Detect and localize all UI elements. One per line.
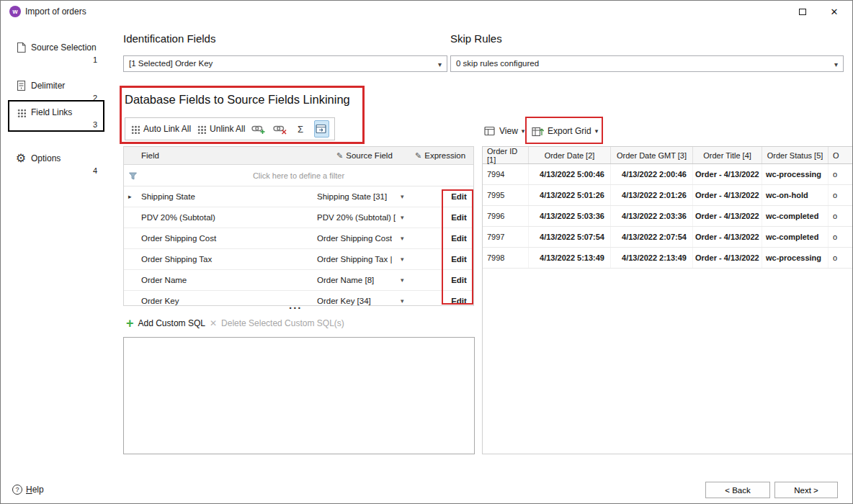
source-field-cell[interactable]: Order Name [8] [317, 276, 374, 284]
add-link-button[interactable] [251, 120, 266, 138]
cell-order-title: Order - 4/13/2022 [693, 206, 762, 226]
cell-order-date: 4/13/2022 5:03:36 [529, 206, 611, 226]
cell-order-status: wc-completed [762, 227, 829, 247]
chevron-down-icon[interactable]: ▾ [401, 235, 404, 242]
grid-row[interactable]: 7995 4/13/2022 5:01:26 4/13/2022 2:01:26… [483, 185, 852, 206]
unlink-all-button[interactable]: Unlink All [197, 124, 245, 134]
cell-order-id: 7996 [483, 206, 529, 226]
identification-fields-heading: Identification Fields [123, 32, 215, 45]
back-button[interactable]: < Back [705, 482, 770, 498]
column-header-order-id[interactable]: Order ID [1] [483, 147, 529, 163]
identification-fields-dropdown[interactable]: [1 Selected] Order Key ▾ [123, 55, 447, 72]
source-field-cell[interactable]: Order Shipping Tax | [317, 255, 392, 264]
field-cell: Shipping State [141, 192, 195, 201]
app-icon-letter: w [12, 8, 17, 15]
link-remove-icon [273, 123, 287, 135]
chevron-down-icon[interactable]: ▾ [401, 297, 404, 305]
chevron-down-icon[interactable]: ▾ [401, 256, 404, 263]
close-button[interactable]: ✕ [818, 1, 851, 22]
source-field-cell[interactable]: Order Key [34] [317, 297, 371, 305]
pencil-icon: ✎ [415, 151, 421, 161]
sigma-icon: Σ [298, 124, 303, 135]
add-custom-sql-button[interactable]: + Add Custom SQL [126, 318, 205, 329]
chevron-down-icon[interactable]: ▾ [401, 214, 404, 221]
auto-link-all-button[interactable]: Auto Link All [130, 124, 191, 134]
expand-arrow-icon[interactable]: ▸ [128, 193, 132, 200]
cell-order-id: 7995 [483, 185, 529, 205]
filter-placeholder: Click here to define a filter [124, 171, 473, 180]
column-header-partial[interactable]: O [829, 147, 852, 163]
table-row[interactable]: Order Shipping Cost Order Shipping Cost … [124, 228, 473, 249]
chevron-down-icon[interactable]: ▾ [401, 276, 404, 284]
table-resize-handle[interactable]: ... [289, 299, 303, 311]
table-row[interactable]: ▸ Shipping State Shipping State [31] ▾ E… [124, 186, 473, 207]
sidebar-item-source-selection[interactable]: Source Selection 1 [8, 35, 104, 67]
table-row[interactable]: Order Name Order Name [8] ▾ Edit [124, 270, 473, 291]
filter-row[interactable]: Click here to define a filter [124, 165, 473, 186]
cell-order-date-gmt: 4/13/2022 2:13:49 [611, 248, 693, 268]
cell-order-date-gmt: 4/13/2022 2:00:46 [611, 164, 693, 184]
source-field-cell[interactable]: Shipping State [31] [317, 192, 387, 201]
cell-order-title: Order - 4/13/2022 [693, 248, 762, 268]
help-icon: ? [12, 485, 22, 495]
view-button[interactable]: View ▾ [484, 122, 524, 140]
cell-order-date: 4/13/2022 5:13:49 [529, 248, 611, 268]
chevron-down-icon[interactable]: ▾ [401, 193, 404, 200]
chevron-down-icon: ▾ [522, 127, 525, 135]
table-row[interactable]: Order Shipping Tax Order Shipping Tax | … [124, 249, 473, 270]
edit-button[interactable]: Edit [441, 234, 474, 243]
sidebar-item-field-links[interactable]: Field Links 3 [8, 100, 104, 132]
cell-order-id: 7997 [483, 227, 529, 247]
field-cell: PDV 20% (Subtotal) [141, 213, 215, 222]
show-preview-toggle[interactable] [314, 120, 329, 138]
auto-link-icon [130, 125, 140, 134]
column-header-order-date-gmt[interactable]: Order Date GMT [3] [611, 147, 693, 163]
source-field-cell[interactable]: PDV 20% (Subtotal) [ [317, 213, 396, 222]
expression-sigma-button[interactable]: Σ [293, 120, 308, 138]
column-header-expression[interactable]: ✎ Expression [415, 151, 465, 161]
chevron-down-icon: ▾ [834, 57, 838, 72]
grid-row[interactable]: 7997 4/13/2022 5:07:54 4/13/2022 2:07:54… [483, 227, 852, 248]
cell-order-title: Order - 4/13/2022 [693, 164, 762, 184]
field-links-icon [14, 106, 27, 119]
maximize-button[interactable] [786, 1, 819, 22]
column-header-order-date[interactable]: Order Date [2] [529, 147, 611, 163]
gear-icon: ⚙ [14, 152, 27, 165]
export-grid-button[interactable]: Export Grid ▾ [532, 122, 598, 140]
edit-button[interactable]: Edit [441, 213, 474, 222]
edit-button[interactable]: Edit [441, 192, 474, 201]
cell-order-date: 4/13/2022 5:01:26 [529, 185, 611, 205]
column-header-field[interactable]: Field [141, 151, 159, 160]
delete-custom-sql-button[interactable]: ✕ Delete Selected Custom SQL(s) [210, 318, 344, 328]
grid-row[interactable]: 7996 4/13/2022 5:03:36 4/13/2022 2:03:36… [483, 206, 852, 227]
edit-button[interactable]: Edit [441, 255, 474, 264]
sidebar-item-options[interactable]: ⚙ Options 4 [8, 146, 104, 178]
document-icon [14, 41, 27, 54]
edit-button[interactable]: Edit [441, 276, 474, 284]
chevron-down-icon: ▾ [595, 127, 599, 135]
cell-order-date-gmt: 4/13/2022 2:07:54 [611, 227, 693, 247]
help-link[interactable]: ? Help [12, 485, 44, 495]
delimiter-icon [14, 79, 27, 92]
next-button[interactable]: Next > [774, 482, 838, 498]
step-number: 1 [93, 55, 97, 64]
table-row[interactable]: PDV 20% (Subtotal) PDV 20% (Subtotal) [ … [124, 207, 473, 228]
wizard-sidebar: Source Selection 1 Delimiter 2 Field Lin… [1, 22, 117, 474]
remove-link-button[interactable] [272, 120, 287, 138]
column-header-order-title[interactable]: Order Title [4] [693, 147, 762, 163]
grid-row[interactable]: 7998 4/13/2022 5:13:49 4/13/2022 2:13:49… [483, 248, 852, 269]
column-header-order-status[interactable]: Order Status [5] [762, 147, 829, 163]
custom-sql-textarea[interactable] [123, 337, 475, 454]
pencil-icon: ✎ [336, 151, 343, 161]
cell-order-date: 4/13/2022 5:07:54 [529, 227, 611, 247]
column-header-source-field[interactable]: ✎ Source Field [336, 151, 393, 161]
step-number: 3 [93, 120, 97, 129]
cell-order-date: 4/13/2022 5:00:46 [529, 164, 611, 184]
linking-panel-heading: Database Fields to Source Fields Linkini… [125, 93, 350, 107]
field-cell: Order Shipping Tax [141, 255, 212, 264]
skip-rules-dropdown[interactable]: 0 skip rules configured ▾ [450, 55, 844, 72]
source-field-cell[interactable]: Order Shipping Cost [317, 234, 392, 243]
step-label: Field Links [31, 107, 72, 117]
grid-row[interactable]: 7994 4/13/2022 5:00:46 4/13/2022 2:00:46… [483, 164, 852, 185]
edit-button[interactable]: Edit [441, 297, 474, 305]
